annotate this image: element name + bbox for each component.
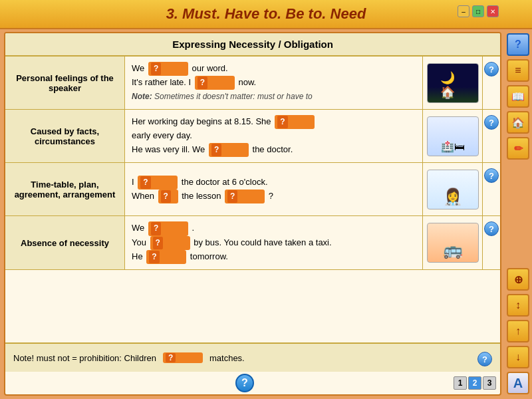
row-content-absence: We ? . You ? by bus. You could have take… — [125, 216, 422, 269]
row-image-caused — [422, 110, 482, 162]
row-help-absence: ? — [482, 216, 500, 269]
sidebar-help-button[interactable]: ? — [507, 33, 529, 56]
help-button-caused[interactable]: ? — [484, 115, 499, 130]
table-row: Time-table, plan, agreement, arrangement… — [5, 163, 500, 216]
right-sidebar: ? ≡ 📖 🏠 ✏ ⊕ ↕ ↑ ↓ A — [504, 29, 532, 398]
page-1-button[interactable]: 1 — [454, 376, 467, 390]
page-3-button[interactable]: 3 — [483, 376, 496, 390]
row-content-timetable: I ? the doctor at 6 o'clock. When ? the … — [125, 163, 422, 215]
table-header: Expressing Necessity / Obligation — [5, 33, 500, 57]
row-image-timetable — [422, 163, 482, 215]
table-row: Absence of necessity We ? . You ? by bus… — [5, 216, 500, 270]
table-row: Caused by facts, circumstances Her worki… — [5, 110, 500, 163]
row-label-timetable: Time-table, plan, agreement, arrangement — [5, 163, 125, 215]
blank-input[interactable]: ? — [275, 115, 315, 129]
blank-input[interactable]: ? — [209, 143, 249, 157]
help-button-absence[interactable]: ? — [484, 221, 499, 236]
caused-content-wrap: Her working day begins at 8.15. She ? ea… — [125, 110, 500, 162]
sidebar-book-button[interactable]: 📖 — [507, 85, 529, 108]
minimize-button[interactable]: – — [458, 5, 469, 17]
sidebar-pencil-button[interactable]: ✏ — [507, 137, 529, 160]
sidebar-zoom-button[interactable]: ⊕ — [507, 268, 529, 291]
row-label-caused: Caused by facts, circumstances — [5, 110, 125, 162]
sidebar-down-button[interactable]: ↓ — [507, 346, 529, 368]
title-bar: 3. Must. Have to. Be to. Need – □ ✕ — [0, 0, 532, 29]
nurse-image — [427, 170, 479, 209]
table-body: Personal feelings of the speaker We ? ou… — [5, 57, 500, 342]
bus-image — [427, 223, 479, 263]
row-help-personal: ? — [482, 57, 500, 109]
hospital-image — [427, 116, 479, 156]
maximize-button[interactable]: □ — [472, 5, 484, 17]
timetable-content-wrap: I ? the doctor at 6 o'clock. When ? the … — [125, 163, 500, 215]
sidebar-a-button[interactable]: A — [507, 372, 529, 394]
row-content-caused: Her working day begins at 8.15. She ? ea… — [125, 110, 422, 162]
content-area: Expressing Necessity / Obligation Person… — [4, 32, 501, 396]
blank-input[interactable]: ? — [148, 62, 188, 76]
page-2-button[interactable]: 2 — [468, 376, 481, 390]
page-numbers: 1 2 3 — [454, 376, 496, 390]
timetable-text: I ? the doctor at 6 o'clock. When ? the … — [132, 176, 416, 203]
blank-input[interactable]: ? — [225, 190, 265, 203]
row-image-absence — [422, 216, 482, 269]
blank-input[interactable]: ? — [138, 176, 178, 190]
close-button[interactable]: ✕ — [487, 5, 499, 17]
window-controls: – □ ✕ — [458, 5, 499, 17]
sidebar-up-button[interactable]: ↑ — [507, 320, 529, 342]
row-content-personal: We ? our word. It's rather late. I ? now… — [125, 57, 422, 109]
caused-text: Her working day begins at 8.15. She ? ea… — [132, 115, 416, 157]
page-title: 3. Must. Have to. Be to. Need — [0, 5, 532, 23]
absence-content-wrap: We ? . You ? by bus. You could have take… — [125, 216, 500, 269]
blank-input[interactable]: ? — [146, 250, 186, 264]
row-help-caused: ? — [482, 110, 500, 162]
bottom-note: Note! must not = prohibition: Children ?… — [5, 342, 500, 372]
row-image-personal — [422, 57, 482, 109]
bottom-bar: ? 1 2 3 — [5, 372, 500, 394]
sidebar-home-button[interactable]: 🏠 — [507, 111, 529, 134]
night-image — [427, 63, 479, 103]
absence-text: We ? . You ? by bus. You could have take… — [132, 221, 416, 264]
sidebar-updown-button[interactable]: ↕ — [507, 294, 529, 317]
blank-input[interactable]: ? — [148, 221, 188, 235]
help-circle-button[interactable]: ? — [235, 374, 254, 392]
blank-input[interactable]: ? — [163, 352, 203, 363]
row-help-timetable: ? — [482, 163, 500, 215]
blank-input[interactable]: ? — [195, 76, 235, 90]
help-button-timetable[interactable]: ? — [484, 168, 499, 183]
row-label-personal: Personal feelings of the speaker — [5, 57, 125, 109]
sidebar-list-button[interactable]: ≡ — [507, 59, 529, 82]
main-layout: Expressing Necessity / Obligation Person… — [0, 29, 532, 398]
personal-content-wrap: We ? our word. It's rather late. I ? now… — [125, 57, 500, 109]
row-label-absence: Absence of necessity — [5, 216, 125, 269]
blank-input[interactable]: ? — [150, 236, 190, 250]
table-row: Personal feelings of the speaker We ? ou… — [5, 57, 500, 110]
help-button-personal[interactable]: ? — [484, 62, 499, 76]
personal-text: We ? our word. It's rather late. I ? now… — [132, 62, 416, 104]
blank-input[interactable]: ? — [158, 190, 178, 203]
help-button-note[interactable]: ? — [477, 352, 492, 366]
